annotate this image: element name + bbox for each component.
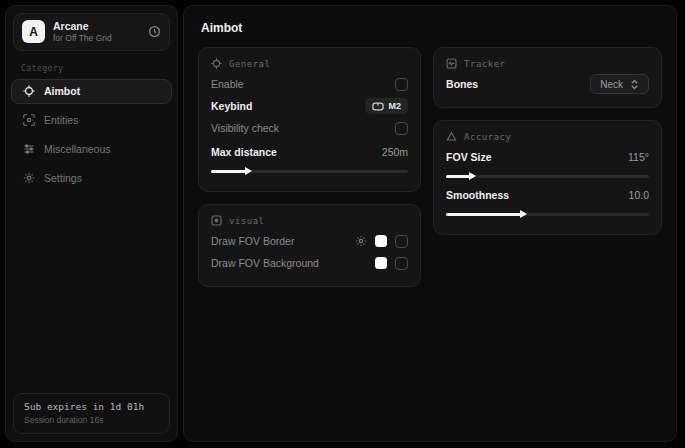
slider-thumb[interactable]: [520, 210, 527, 218]
max-distance-label: Max distance: [211, 146, 277, 158]
fov-size-row: FOV Size 115°: [446, 146, 649, 168]
tracker-card: Tracker Bones Neck: [433, 47, 662, 108]
sidebar-item-entities[interactable]: Entities: [11, 108, 172, 133]
keybind-row: Keybind M2: [211, 95, 408, 117]
subscription-card: Sub expires in 1d 01h Session duration 1…: [13, 393, 170, 434]
sidebar-item-aimbot[interactable]: Aimbot: [11, 79, 172, 104]
crosshair-icon: [22, 85, 35, 97]
fov-border-color-swatch[interactable]: [375, 235, 387, 247]
fov-border-checkbox[interactable]: [395, 235, 408, 248]
session-duration-text: Session duration 16s: [24, 415, 159, 425]
max-distance-row: Max distance 250m: [211, 141, 408, 163]
bones-value: Neck: [600, 79, 623, 90]
fov-background-label: Draw FOV Background: [211, 257, 319, 269]
refresh-icon[interactable]: [148, 25, 161, 38]
visibility-check-row: Visibility check: [211, 117, 408, 139]
gear-icon[interactable]: [355, 235, 367, 247]
fov-background-color-swatch[interactable]: [375, 257, 387, 269]
card-header-label: visual: [229, 216, 265, 226]
app-subtitle: for Off The Grid: [53, 33, 140, 44]
app-logo: A: [22, 20, 45, 43]
visibility-check-checkbox[interactable]: [395, 122, 408, 135]
fov-border-label: Draw FOV Border: [211, 235, 294, 247]
keybind-label: Keybind: [211, 100, 252, 112]
accuracy-card: Accuracy FOV Size 115° Smoothness 10.0: [433, 120, 662, 235]
sidebar-item-miscellaneous[interactable]: Miscellaneous: [11, 137, 172, 162]
fov-border-row: Draw FOV Border: [211, 230, 408, 252]
sidebar-item-label: Aimbot: [44, 85, 80, 97]
gear-icon: [22, 172, 35, 184]
card-header-label: Accuracy: [464, 132, 511, 142]
smoothness-slider[interactable]: [446, 213, 649, 216]
activity-icon: [446, 58, 457, 69]
enable-row: Enable: [211, 73, 408, 95]
keybind-value: M2: [389, 101, 402, 111]
crosshair-icon: [211, 58, 222, 69]
fov-background-checkbox[interactable]: [395, 257, 408, 270]
general-card: General Enable Keybind M2: [198, 47, 421, 192]
visibility-check-label: Visibility check: [211, 122, 279, 134]
max-distance-slider[interactable]: [211, 170, 408, 173]
fov-background-row: Draw FOV Background: [211, 252, 408, 274]
card-header-label: General: [229, 59, 270, 69]
bones-select[interactable]: Neck: [590, 74, 649, 94]
sidebar-item-label: Miscellaneous: [44, 143, 111, 155]
bones-row: Bones Neck: [446, 73, 649, 95]
fov-size-value: 115°: [628, 151, 649, 163]
sidebar: A Arcane for Off The Grid Category Aimbo…: [5, 5, 178, 442]
page-title: Aimbot: [184, 6, 676, 35]
category-label: Category: [21, 64, 177, 73]
chevron-up-down-icon: [630, 79, 639, 90]
sidebar-item-label: Entities: [44, 114, 78, 126]
eye-icon: [211, 215, 222, 226]
app-logo-card: A Arcane for Off The Grid: [13, 13, 170, 51]
fov-size-label: FOV Size: [446, 151, 492, 163]
fov-size-slider[interactable]: [446, 175, 649, 178]
scan-eye-icon: [22, 114, 35, 126]
mouse-icon: [372, 102, 384, 111]
sidebar-nav: Aimbot Entities Miscellaneous: [6, 79, 177, 191]
slider-thumb[interactable]: [245, 167, 252, 175]
card-header-label: Tracker: [464, 59, 505, 69]
slider-thumb[interactable]: [469, 172, 476, 180]
visual-card: visual Draw FOV Border: [198, 204, 421, 287]
sliders-icon: [22, 143, 35, 155]
main-panel: Aimbot General Enable Keybi: [183, 5, 677, 442]
sidebar-item-settings[interactable]: Settings: [11, 166, 172, 191]
smoothness-row: Smoothness 10.0: [446, 184, 649, 206]
smoothness-value: 10.0: [629, 189, 649, 201]
keybind-button[interactable]: M2: [365, 98, 409, 114]
app-name: Arcane: [53, 20, 140, 33]
enable-label: Enable: [211, 78, 244, 90]
bones-label: Bones: [446, 78, 478, 90]
sub-expires-text: Sub expires in 1d 01h: [24, 401, 159, 412]
enable-checkbox[interactable]: [395, 78, 408, 91]
smoothness-label: Smoothness: [446, 189, 509, 201]
max-distance-value: 250m: [382, 146, 408, 158]
target-icon: [446, 131, 457, 142]
sidebar-item-label: Settings: [44, 172, 82, 184]
